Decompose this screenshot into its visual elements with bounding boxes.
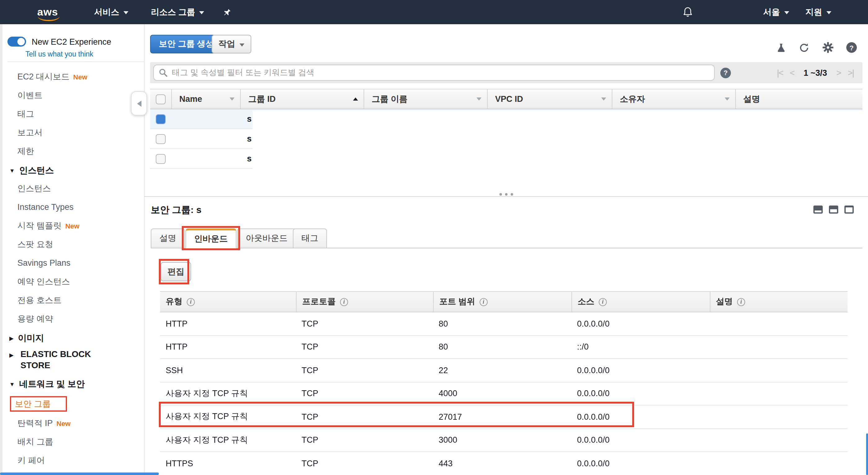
pane-layout-half-icon[interactable] [829, 206, 838, 214]
sidebar-item-reports[interactable]: 보고서 [0, 124, 144, 142]
actions-button[interactable]: 작업 [212, 35, 251, 53]
row-checkbox[interactable] [156, 154, 166, 164]
last-page-button[interactable]: >| [847, 68, 854, 78]
info-icon[interactable]: i [599, 298, 607, 306]
nav-services-menu[interactable]: 서비스 [94, 6, 128, 18]
sidebar-item-instance-types[interactable]: Instance Types [0, 198, 144, 217]
type-cell: HTTP [160, 319, 296, 328]
sort-up-icon [353, 97, 358, 100]
pane-layout-small-icon[interactable] [813, 206, 823, 214]
edit-button[interactable]: 편집 [161, 262, 191, 281]
sidebar-item-label: Savings Plans [18, 258, 70, 268]
nav-resource-groups-menu[interactable]: 리소스 그룹 [151, 6, 205, 18]
sidebar-item-spot-requests[interactable]: 스팟 요청 [0, 235, 144, 254]
sidebar-item-label: 탄력적 IP [18, 418, 53, 428]
info-icon[interactable]: i [340, 298, 348, 306]
sidebar-item-events[interactable]: 이벤트 [0, 86, 144, 105]
sidebar-section-elastic-block-store[interactable]: ▶ELASTIC BLOCK STORE [0, 347, 144, 372]
tab-tags[interactable]: 태그 [293, 229, 327, 248]
sidebar-item-capacity-reservations[interactable]: 용량 예약 [0, 310, 144, 328]
sidebar-section-label: 네트워크 및 보안 [19, 379, 85, 389]
protocol-cell: TCP [296, 343, 433, 352]
next-page-button[interactable]: > [836, 68, 841, 78]
sidebar-item-key-pairs[interactable]: 키 페어 [0, 451, 144, 470]
type-cell: 사용자 지정 TCP 규칙 [160, 411, 296, 422]
tab-description[interactable]: 설명 [151, 229, 185, 248]
info-icon[interactable]: i [479, 298, 488, 306]
region-label: 서울 [763, 6, 780, 18]
support-label: 지원 [805, 6, 822, 18]
sidebar-item-instances[interactable]: 인스턴스 [0, 179, 144, 198]
sidebar-section-network-security[interactable]: ▼네트워크 및 보안 [0, 375, 144, 393]
column-header-protocol: 프로토콜 i [296, 292, 433, 312]
search-input[interactable]: 태그 및 속성별 필터 또는 키워드별 검색 [153, 65, 715, 81]
inbound-rule-row: HTTPS TCP 443 0.0.0.0/0 [160, 452, 847, 475]
tab-outbound[interactable]: 아웃바운드 [237, 229, 296, 248]
inbound-rule-row: SSH TCP 22 0.0.0.0/0 [160, 359, 847, 382]
column-header-group-name[interactable]: 그룹 이름 [364, 89, 487, 109]
pane-layout-controls [813, 206, 854, 214]
sidebar-collapse-handle[interactable] [131, 91, 147, 116]
column-header-group-id[interactable]: 그룹 ID [240, 89, 364, 109]
pagination-range: 1 ~3/3 [804, 68, 827, 77]
info-icon[interactable]: i [187, 298, 195, 306]
inbound-header-row: 유형 i 프로토콜 i 포트 범위 i 소스 i 설명 i [160, 291, 847, 312]
new-experience-block: New EC2 Experience Tell us what you thin… [0, 24, 144, 62]
new-experience-toggle[interactable] [7, 37, 26, 47]
refresh-icon[interactable] [799, 42, 810, 53]
column-header-vpc-id[interactable]: VPC ID [487, 89, 612, 109]
select-all-checkbox[interactable] [156, 94, 166, 104]
support-menu[interactable]: 지원 [805, 6, 831, 18]
sidebar-item-label: 보고서 [18, 128, 42, 137]
sidebar-item-savings-plans[interactable]: Savings Plans [0, 254, 144, 273]
search-help-icon[interactable]: ? [720, 67, 731, 78]
tab-label: 인바운드 [194, 234, 228, 243]
sidebar-section-images[interactable]: ▶이미지 [0, 328, 144, 347]
chevron-down-icon [827, 11, 831, 14]
sidebar-item-placement-groups[interactable]: 배치 그룹 [0, 433, 144, 451]
sidebar-nav: EC2 대시보드New 이벤트 태그 보고서 제한 ▼인스턴스 인스턴스 Ins… [0, 62, 144, 470]
column-label: 설명 [716, 296, 733, 307]
column-header-owner[interactable]: 소유자 [612, 89, 735, 109]
feedback-link[interactable]: Tell us what you think [25, 50, 144, 58]
row-checkbox[interactable] [156, 134, 166, 144]
detail-pane-title: 보안 그룹: s [151, 204, 202, 216]
vertical-scrollbar[interactable] [866, 434, 868, 475]
column-header-source: 소스 i [571, 292, 710, 312]
help-icon[interactable]: ? [846, 42, 857, 53]
row-checkbox[interactable] [156, 114, 166, 124]
nav-services-label: 서비스 [94, 6, 119, 18]
triangle-down-icon: ▼ [9, 381, 15, 387]
sidebar-item-limits[interactable]: 제한 [0, 142, 144, 161]
gear-icon[interactable] [822, 41, 834, 53]
region-menu[interactable]: 서울 [763, 6, 789, 18]
sidebar-item-elastic-ips[interactable]: 탄력적 IPNew [0, 414, 144, 433]
horizontal-scrollbar[interactable] [0, 473, 159, 475]
sidebar-section-instances[interactable]: ▼인스턴스 [0, 161, 144, 179]
pane-layout-full-icon[interactable] [844, 206, 854, 214]
prev-page-button[interactable]: < [790, 68, 794, 78]
column-header-port-range: 포트 범위 i [433, 292, 571, 312]
sidebar-item-launch-templates[interactable]: 시작 템플릿New [0, 217, 144, 235]
inbound-rule-row: 사용자 지정 TCP 규칙 TCP 3000 0.0.0.0/0 [160, 429, 847, 452]
sidebar-item-dedicated-hosts[interactable]: 전용 호스트 [0, 291, 144, 310]
info-icon[interactable]: i [737, 298, 745, 306]
source-cell: ::/0 [571, 343, 710, 352]
sidebar-item-tags[interactable]: 태그 [0, 105, 144, 124]
sidebar-item-ec2-dashboard[interactable]: EC2 대시보드New [0, 68, 144, 86]
sidebar-item-reserved-instances[interactable]: 예약 인스턴스 [0, 273, 144, 291]
aws-logo[interactable]: aws [37, 7, 58, 18]
first-page-button[interactable]: |< [777, 68, 783, 78]
protocol-cell: TCP [296, 389, 433, 398]
pane-resize-handle[interactable] [145, 196, 868, 197]
tab-inbound[interactable]: 인바운드 [186, 229, 237, 248]
flask-icon[interactable] [776, 42, 786, 53]
source-cell: 0.0.0.0/0 [571, 366, 710, 375]
column-header-description[interactable]: 설명 [735, 89, 862, 109]
top-navigation-bar: aws 서비스 리소스 그룹 서울 지원 [0, 0, 868, 24]
annotation-box-security-groups[interactable]: 보안 그룹 [10, 396, 67, 412]
column-header-name[interactable]: Name [171, 89, 240, 109]
pin-shortcut-button[interactable] [223, 7, 232, 17]
notifications-button[interactable] [682, 6, 694, 18]
type-cell: 사용자 지정 TCP 규칙 [160, 388, 296, 399]
